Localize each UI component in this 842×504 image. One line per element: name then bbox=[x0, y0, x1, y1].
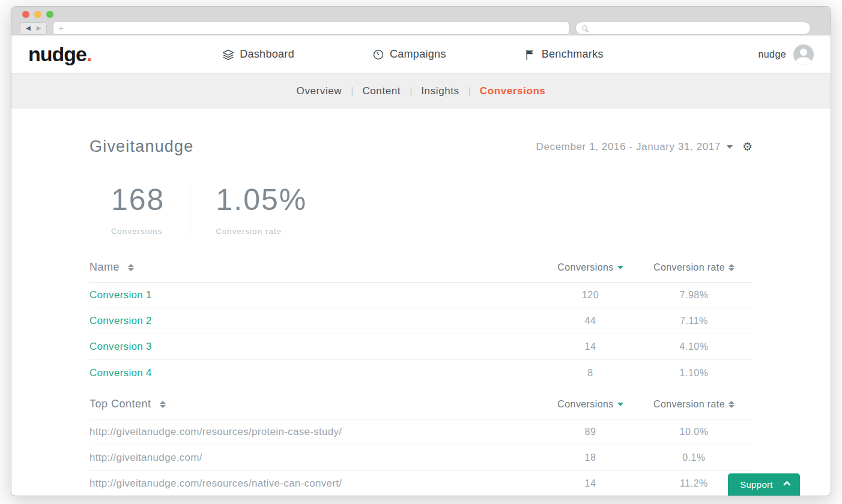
tab-separator: | bbox=[351, 86, 353, 97]
url-bar[interactable]: + bbox=[53, 22, 569, 35]
minimize-window-button[interactable] bbox=[34, 11, 41, 18]
chevron-down-icon bbox=[727, 145, 733, 149]
support-label: Support bbox=[740, 479, 773, 490]
rate-value: 4.10% bbox=[635, 341, 753, 352]
conversions-value: 18 bbox=[545, 452, 635, 463]
maximize-window-button[interactable] bbox=[46, 11, 53, 18]
conversions-value: 8 bbox=[545, 368, 635, 379]
table-row: Conversion 3 14 4.10% bbox=[89, 334, 753, 360]
avatar bbox=[793, 44, 814, 65]
gauge-icon bbox=[372, 49, 384, 61]
column-header-rate[interactable]: Conversion rate bbox=[635, 399, 753, 410]
stat-value: 168 bbox=[111, 182, 165, 217]
favicon-placeholder: + bbox=[58, 24, 63, 32]
nav-item-benchmarks[interactable]: Benchmarks bbox=[524, 48, 604, 61]
table-row: Conversion 4 8 1.10% bbox=[89, 360, 753, 386]
user-name: nudge bbox=[759, 49, 787, 60]
nav-item-dashboard[interactable]: Dashboard bbox=[222, 48, 294, 61]
stat-conversions: 168 Conversions bbox=[111, 182, 190, 236]
header-label: Top Content bbox=[89, 398, 151, 410]
rate-value: 10.0% bbox=[635, 427, 753, 437]
conversion-link[interactable]: Conversion 1 bbox=[89, 289, 152, 301]
header-label: Conversion rate bbox=[653, 399, 725, 410]
conversions-value: 120 bbox=[545, 290, 635, 301]
tab-overview[interactable]: Overview bbox=[297, 85, 342, 97]
flag-icon bbox=[524, 49, 536, 61]
conversion-link[interactable]: Conversion 2 bbox=[89, 315, 152, 327]
tab-insights[interactable]: Insights bbox=[421, 85, 459, 97]
user-menu[interactable]: nudge bbox=[759, 44, 814, 65]
date-range-text: December 1, 2016 - January 31, 2017 bbox=[536, 141, 721, 153]
rate-value: 0.1% bbox=[635, 452, 753, 463]
conversions-value: 89 bbox=[545, 427, 635, 437]
browser-chrome: ◀ ▶ + bbox=[11, 7, 831, 35]
table-row: http://giveitanudge.com/resources/protei… bbox=[89, 419, 753, 445]
stat-label: Conversion rate bbox=[216, 227, 307, 236]
close-window-button[interactable] bbox=[22, 11, 29, 18]
sort-icon bbox=[728, 401, 734, 408]
rate-value: 7.11% bbox=[635, 316, 753, 326]
stat-value: 1.05% bbox=[216, 182, 307, 217]
back-button[interactable]: ◀ bbox=[26, 25, 31, 31]
conversion-link[interactable]: Conversion 3 bbox=[89, 341, 152, 353]
conversions-table-header: Name Conversions Conversion rate bbox=[89, 261, 753, 283]
header-label: Conversions bbox=[557, 262, 613, 273]
search-icon bbox=[581, 25, 589, 32]
sort-icon bbox=[160, 401, 166, 408]
browser-window: ◀ ▶ + nudge. Dashboard bbox=[11, 6, 831, 496]
header-label: Conversion rate bbox=[653, 262, 725, 273]
conversion-link[interactable]: Conversion 4 bbox=[89, 367, 152, 379]
page-title: Giveitanudge bbox=[89, 137, 194, 156]
report-subnav: Overview | Content | Insights | Conversi… bbox=[11, 74, 831, 109]
nav-label-campaigns: Campaigns bbox=[390, 48, 446, 61]
rate-value: 1.10% bbox=[635, 368, 753, 379]
tab-separator: | bbox=[410, 86, 412, 97]
conversions-table: Name Conversions Conversion rate Convers… bbox=[89, 261, 753, 386]
conversions-value: 44 bbox=[545, 316, 635, 326]
content-url: http://giveitanudge.com/resources/native… bbox=[89, 478, 342, 490]
stat-label: Conversions bbox=[111, 227, 165, 236]
gear-icon[interactable]: ⚙ bbox=[742, 141, 753, 152]
top-content-table: Top Content Conversions Conversion rate … bbox=[89, 398, 753, 496]
history-buttons: ◀ ▶ bbox=[20, 22, 47, 35]
support-button[interactable]: Support bbox=[728, 473, 800, 496]
tab-separator: | bbox=[468, 86, 471, 97]
sort-icon bbox=[728, 264, 734, 271]
date-range-picker[interactable]: December 1, 2016 - January 31, 2017 ⚙ bbox=[536, 141, 753, 153]
stat-conversion-rate: 1.05% Conversion rate bbox=[190, 182, 332, 236]
conversions-value: 14 bbox=[545, 478, 635, 489]
chevron-up-icon bbox=[783, 481, 791, 488]
nav-label-dashboard: Dashboard bbox=[240, 48, 294, 61]
sort-icon bbox=[128, 264, 134, 271]
layers-icon bbox=[222, 49, 234, 61]
main-navigation: Dashboard Campaigns bbox=[67, 48, 758, 61]
main-content: Giveitanudge December 1, 2016 - January … bbox=[11, 109, 831, 496]
top-content-table-header: Top Content Conversions Conversion rate bbox=[89, 398, 753, 419]
table-row: Conversion 2 44 7.11% bbox=[89, 308, 753, 334]
column-header-name[interactable]: Name bbox=[89, 261, 545, 274]
table-row: Conversion 1 120 7.98% bbox=[89, 283, 753, 308]
page-header: Giveitanudge December 1, 2016 - January … bbox=[89, 137, 753, 156]
browser-toolbar: ◀ ▶ + bbox=[11, 21, 831, 35]
app-navbar: nudge. Dashboard bbox=[11, 35, 831, 74]
nav-item-campaigns[interactable]: Campaigns bbox=[372, 48, 446, 61]
summary-stats: 168 Conversions 1.05% Conversion rate bbox=[111, 182, 753, 236]
sort-desc-icon bbox=[617, 403, 623, 406]
conversions-value: 14 bbox=[545, 341, 635, 352]
forward-button[interactable]: ▶ bbox=[37, 25, 41, 31]
content-url: http://giveitanudge.com/resources/protei… bbox=[89, 426, 342, 438]
column-header-conversions[interactable]: Conversions bbox=[545, 399, 635, 410]
rate-value: 7.98% bbox=[635, 290, 753, 301]
column-header-rate[interactable]: Conversion rate bbox=[635, 262, 753, 273]
column-header-top-content[interactable]: Top Content bbox=[89, 398, 545, 410]
tab-conversions[interactable]: Conversions bbox=[480, 85, 546, 97]
header-label: Conversions bbox=[557, 399, 613, 410]
sort-desc-icon bbox=[617, 266, 623, 269]
table-row: http://giveitanudge.com/resources/native… bbox=[89, 471, 753, 496]
column-header-conversions[interactable]: Conversions bbox=[545, 262, 635, 273]
nav-label-benchmarks: Benchmarks bbox=[542, 48, 604, 61]
table-row: http://giveitanudge.com/ 18 0.1% bbox=[89, 445, 753, 471]
browser-search-field[interactable] bbox=[575, 22, 811, 35]
tab-content[interactable]: Content bbox=[362, 85, 401, 97]
content-url: http://giveitanudge.com/ bbox=[89, 452, 202, 464]
